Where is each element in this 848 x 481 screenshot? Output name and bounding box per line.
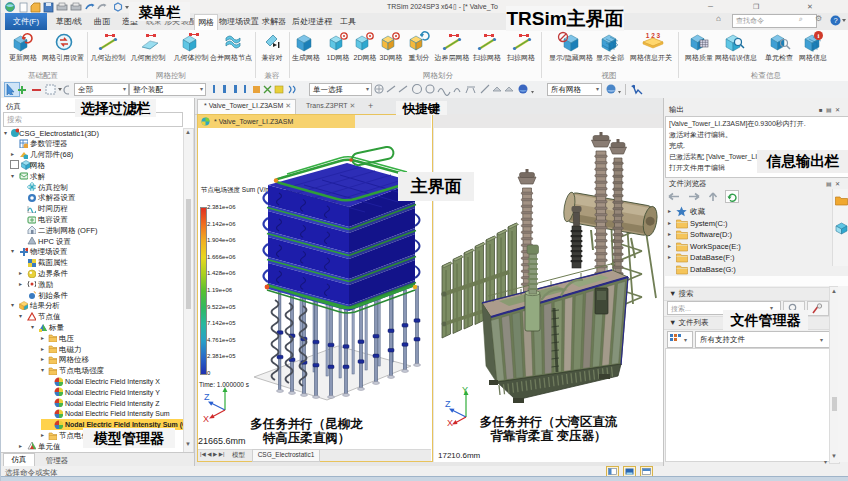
svg-text:i: i [818,32,820,40]
svg-text:Z: Z [204,392,210,402]
svg-text:X: X [203,414,209,422]
svg-text:?: ? [833,16,837,25]
